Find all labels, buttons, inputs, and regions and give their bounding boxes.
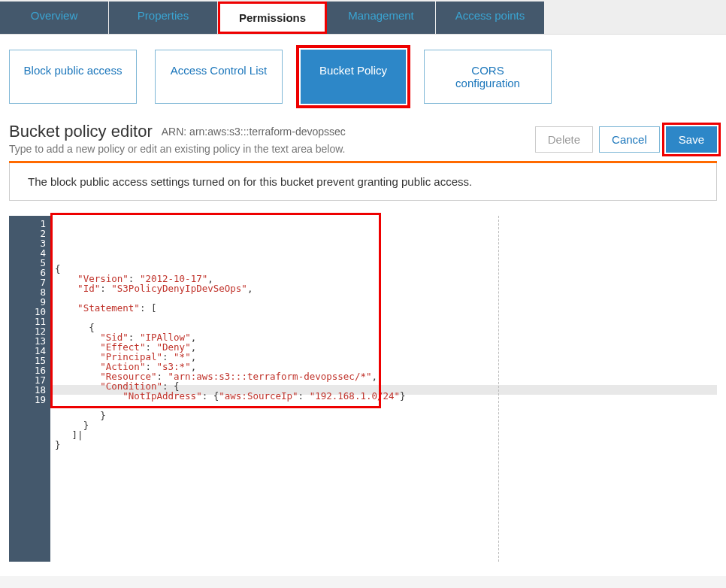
- tab-overview[interactable]: Overview: [0, 2, 109, 34]
- delete-button[interactable]: Delete: [535, 126, 593, 153]
- sub-tabs: Block public access Access Control List …: [9, 50, 717, 104]
- save-button[interactable]: Save: [666, 126, 717, 153]
- editor-buttons: Delete Cancel Save: [535, 126, 717, 153]
- code-area[interactable]: { "Version": "2012-10-17", "Id": "S3Poli…: [50, 216, 717, 562]
- subtab-acl[interactable]: Access Control List: [155, 50, 283, 104]
- editor-subtitle: Type to add a new policy or edit an exis…: [9, 143, 346, 155]
- editor-title: Bucket policy editor: [9, 122, 153, 141]
- code-text[interactable]: { "Version": "2012-10-17", "Id": "S3Poli…: [55, 264, 712, 450]
- tab-access-points[interactable]: Access points: [436, 2, 545, 34]
- top-tabs: Overview Properties Permissions Manageme…: [0, 0, 726, 35]
- subtab-block-public-access[interactable]: Block public access: [9, 50, 137, 104]
- tab-management[interactable]: Management: [327, 2, 436, 34]
- print-margin-ruler: [498, 216, 499, 562]
- code-editor[interactable]: 12345678910111213141516171819 { "Version…: [9, 216, 717, 562]
- content-area: Block public access Access Control List …: [0, 35, 726, 576]
- line-number-gutter: 12345678910111213141516171819: [9, 216, 50, 562]
- arn-text: ARN: arn:aws:s3:::terraform-devopssec: [162, 126, 346, 138]
- tab-properties[interactable]: Properties: [109, 2, 218, 34]
- arn-label: ARN:: [162, 126, 186, 138]
- subtab-cors[interactable]: CORS configuration: [424, 50, 552, 104]
- subtab-bucket-policy[interactable]: Bucket Policy: [301, 50, 406, 104]
- editor-header: Bucket policy editor ARN: arn:aws:s3:::t…: [9, 122, 717, 155]
- warning-banner: The block public access settings turned …: [9, 163, 717, 201]
- arn-value: arn:aws:s3:::terraform-devopssec: [189, 126, 346, 138]
- tab-permissions[interactable]: Permissions: [218, 2, 327, 34]
- cancel-button[interactable]: Cancel: [599, 126, 660, 153]
